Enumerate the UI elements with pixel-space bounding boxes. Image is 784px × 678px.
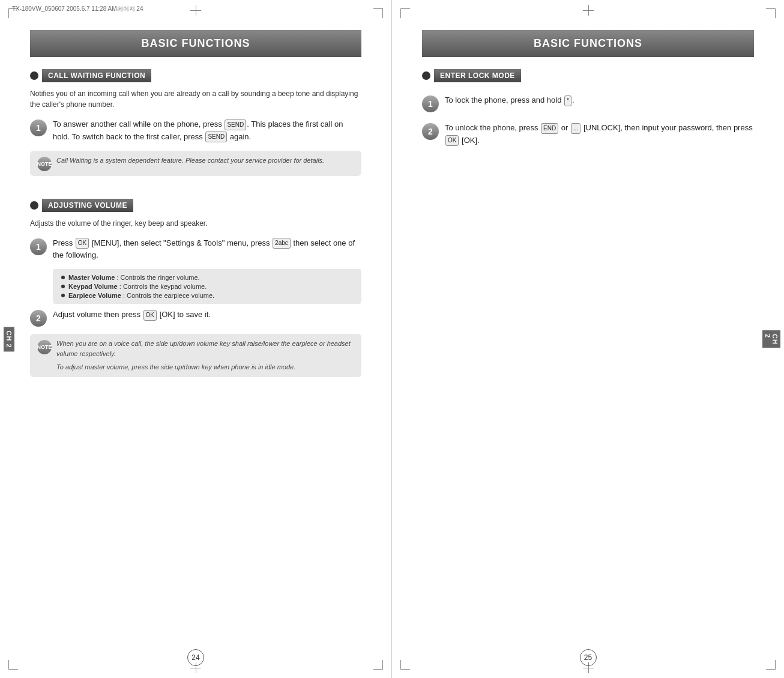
left-page: TX-180VW_050607 2005.6.7 11:28 AM페이지 24 … — [0, 0, 392, 678]
crosshair-top-left — [190, 5, 201, 16]
adjusting-volume-section-title: ADJUSTING VOLUME — [30, 199, 361, 212]
corner-tr-right — [766, 8, 776, 18]
step1-text: To answer another call while on the phon… — [53, 118, 361, 144]
adjusting-volume-title: ADJUSTING VOLUME — [42, 199, 133, 212]
call-waiting-bullet — [30, 71, 38, 80]
adjusting-volume-bullet — [30, 201, 38, 210]
volume-note-text2: To adjust master volume, press the side … — [56, 362, 354, 372]
lock-step2-number: 2 — [422, 123, 439, 140]
adjusting-step2: 2 Adjust volume then press OK [OK] to sa… — [30, 309, 361, 327]
file-info: TX-180VW_050607 2005.6.7 11:28 AM페이지 24 — [12, 5, 143, 13]
send-btn-icon: SEND — [225, 120, 246, 130]
right-page-number: 25 — [580, 649, 597, 666]
left-header: BASIC FUNCTIONS — [30, 30, 361, 57]
call-waiting-title: CALL WAITING FUNCTION — [42, 69, 151, 82]
ch-label-right: CH2 — [762, 330, 780, 348]
bullet-dot3 — [61, 294, 65, 297]
ok-btn-icon1: OK — [76, 238, 89, 249]
earpiece-volume-item: Earpiece Volume : Controls the earpiece … — [61, 292, 353, 299]
call-waiting-section-title: CALL WAITING FUNCTION — [30, 69, 361, 82]
adjust-step2-text: Adjust volume then press OK [OK] to save… — [53, 309, 211, 321]
left-page-number: 24 — [187, 649, 204, 666]
note-icon2: NOTE — [37, 340, 52, 354]
crosshair-top-right — [583, 5, 594, 16]
corner-bl-right — [400, 660, 410, 670]
right-page: CH2 BASIC FUNCTIONS ENTER LOCK MODE 1 To… — [392, 0, 784, 678]
volume-note-content: When you are on a voice call, the side u… — [56, 339, 354, 372]
master-volume-item: Master Volume : Controls the ringer volu… — [61, 274, 353, 281]
corner-br — [373, 660, 383, 670]
enter-lock-title: ENTER LOCK MODE — [434, 69, 521, 82]
volume-options-box: Master Volume : Controls the ringer volu… — [53, 269, 361, 304]
call-waiting-desc: Notifies you of an incoming call when yo… — [30, 88, 361, 110]
ok-btn-icon2: OK — [143, 310, 157, 321]
bullet-dot2 — [61, 285, 65, 288]
right-header: BASIC FUNCTIONS — [422, 30, 754, 57]
corner-tr — [373, 8, 383, 18]
lock-step1: 1 To lock the phone, press and hold *. — [422, 94, 754, 112]
two-btn-icon: 2abc — [273, 238, 291, 249]
corner-br-right — [766, 660, 776, 670]
volume-note: NOTE When you are on a voice call, the s… — [30, 334, 361, 377]
call-waiting-note-text: Call Waiting is a system dependent featu… — [56, 156, 324, 166]
ok-btn-icon3: OK — [445, 135, 459, 146]
unlock-btn-icon: ... — [571, 123, 580, 134]
enter-lock-bullet — [422, 71, 430, 80]
keypad-volume-item: Keypad Volume : Controls the keypad volu… — [61, 283, 353, 290]
step1-number: 1 — [30, 120, 47, 136]
corner-bl — [8, 660, 18, 670]
lock-step1-text: To lock the phone, press and hold *. — [445, 94, 574, 107]
adjust-step2-number: 2 — [30, 310, 47, 327]
adjust-step1-number: 1 — [30, 238, 47, 255]
adjust-step1-text: Press OK [MENU], then select "Settings &… — [53, 237, 361, 262]
adjusting-step1: 1 Press OK [MENU], then select "Settings… — [30, 237, 361, 262]
bullet-dot1 — [61, 276, 65, 279]
enter-lock-section-title: ENTER LOCK MODE — [422, 69, 754, 82]
star-btn-icon: * — [564, 95, 571, 106]
call-waiting-note: NOTE Call Waiting is a system dependent … — [30, 151, 361, 176]
note-icon: NOTE — [37, 157, 52, 171]
lock-step2: 2 To unlock the phone, press END or ... … — [422, 122, 754, 147]
volume-note-text1: When you are on a voice call, the side u… — [56, 339, 354, 359]
lock-step1-number: 1 — [422, 95, 439, 112]
send-btn-icon2: SEND — [205, 132, 227, 142]
corner-tl-right — [400, 8, 410, 18]
end-btn-icon: END — [541, 123, 558, 134]
call-waiting-step1: 1 To answer another call while on the ph… — [30, 118, 361, 144]
lock-step2-text: To unlock the phone, press END or ... [U… — [445, 122, 754, 147]
adjusting-volume-desc: Adjusts the volume of the ringer, key be… — [30, 218, 361, 229]
ch-label-left: CH 2 — [4, 327, 14, 351]
